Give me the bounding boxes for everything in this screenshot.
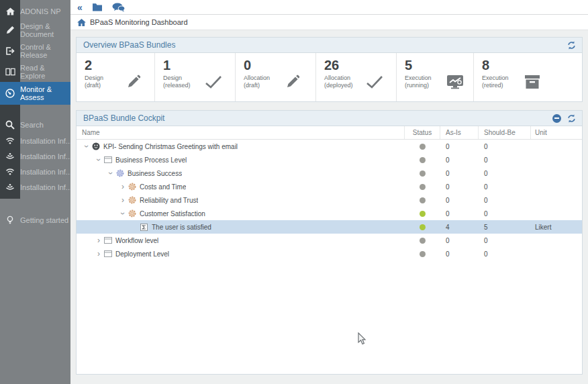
- tree-item-label: Business Process Level: [115, 156, 187, 164]
- as-is-value: 0: [440, 153, 479, 166]
- as-is-value: 0: [440, 166, 479, 180]
- table-row-business-success[interactable]: › Business Success 0 0: [77, 166, 582, 180]
- unit-value: Likert: [531, 220, 582, 234]
- chevron-down-icon[interactable]: ›: [95, 155, 103, 164]
- as-is-value: 0: [440, 180, 479, 193]
- sonar-icon: [0, 152, 20, 160]
- overview-panel-title: Overview BPaaS Bundles: [83, 40, 175, 50]
- sonar-icon: [0, 183, 20, 191]
- sidebar-item-installation-info-3[interactable]: Installation Inf...: [0, 164, 70, 179]
- sidebar-item-label: Monitor & Assess: [20, 85, 70, 101]
- status-dot: [420, 184, 426, 190]
- as-is-value: 0: [440, 247, 479, 260]
- tree-item-label: Business Success: [128, 170, 182, 177]
- table-row-reliability-and-trust[interactable]: › Reliability and Trust 0 0: [77, 193, 582, 207]
- status-dot: [420, 251, 426, 257]
- stat-label: Allocation: [324, 75, 362, 82]
- as-is-value: 0: [440, 207, 479, 220]
- refresh-button[interactable]: [567, 113, 577, 124]
- adonis-app-window: ADONIS NP Design & Document Control & Re…: [0, 0, 588, 384]
- chevron-right-icon[interactable]: ›: [118, 196, 128, 204]
- goal-orange-icon: [128, 209, 136, 218]
- unit-value: [531, 180, 582, 193]
- sidebar-item-search[interactable]: Search: [0, 117, 70, 133]
- stat-label: Design: [163, 75, 201, 82]
- stat-value: 26: [324, 57, 396, 73]
- status-dot: [420, 197, 426, 203]
- column-header-as-is[interactable]: As-Is: [440, 126, 479, 139]
- table-row-deployment-level[interactable]: › Deployment Level 0 0: [77, 247, 582, 260]
- table-row-workflow-level[interactable]: › Workflow level 0 0: [77, 234, 582, 247]
- wifi-icon: [0, 137, 20, 144]
- as-is-value: 0: [440, 234, 479, 247]
- book-icon: [0, 68, 20, 76]
- sidebar-item-label: Control & Release: [20, 43, 70, 59]
- status-dot: [420, 171, 426, 177]
- stat-label: Execution: [482, 75, 520, 82]
- sidebar-item-installation-info-2[interactable]: Installation Inf...: [0, 148, 70, 164]
- chevron-right-icon[interactable]: ›: [94, 236, 103, 244]
- minus-circle-icon: [552, 114, 561, 123]
- collapse-sidebar-button[interactable]: «: [77, 3, 83, 12]
- sidebar-item-adonis-np[interactable]: ADONIS NP: [0, 3, 70, 19]
- refresh-button[interactable]: [567, 40, 577, 50]
- table-row-business-process-level[interactable]: › Business Process Level 0 0: [77, 153, 582, 166]
- unit-value: [531, 153, 582, 166]
- sidebar-item-installation-info-1[interactable]: Installation Inf...: [0, 133, 70, 148]
- sidebar-item-design-document[interactable]: Design & Document: [0, 19, 70, 40]
- sidebar-item-monitor-assess[interactable]: Monitor & Assess: [0, 82, 70, 105]
- page-title: BPaaS Monitoring Dashboard: [90, 18, 188, 26]
- refresh-icon: [567, 40, 577, 50]
- table-row-customer-satisfaction[interactable]: › Customer Satisfaction 0 0: [77, 207, 582, 220]
- level-icon: [103, 250, 112, 257]
- overview-stats: 2 Design (draft) 1: [77, 53, 582, 101]
- should-be-value: 0: [479, 140, 531, 153]
- sidebar-item-getting-started[interactable]: Getting started: [0, 212, 70, 228]
- tree-item-label: The user is satisfied: [152, 224, 211, 231]
- column-header-unit[interactable]: Unit: [531, 126, 582, 139]
- kpi-icon: [91, 142, 100, 150]
- pencil-icon: [126, 75, 141, 89]
- sidebar-item-read-explore[interactable]: Read & Explore: [0, 61, 70, 82]
- breadcrumb: BPaaS Monitoring Dashboard: [70, 15, 588, 30]
- status-dot: [420, 211, 426, 217]
- stat-sublabel: (deployed): [324, 82, 362, 89]
- sidebar-item-label: Installation Inf...: [20, 168, 70, 176]
- column-header-status[interactable]: Status: [405, 126, 440, 139]
- check-icon: [366, 75, 383, 89]
- chevron-down-icon[interactable]: ›: [107, 169, 115, 178]
- should-be-value: 0: [479, 193, 531, 207]
- column-header-name[interactable]: Name: [77, 126, 405, 139]
- chevron-right-icon[interactable]: ›: [94, 250, 103, 258]
- home-icon[interactable]: [77, 19, 86, 26]
- sidebar-item-label: Installation Inf...: [20, 183, 70, 191]
- sidebar-item-installation-info-4[interactable]: Installation Inf...: [0, 179, 70, 195]
- table-row-kpi[interactable]: › KPI- Sending Christmas Greetings with …: [77, 140, 582, 153]
- archive-icon: [524, 75, 541, 89]
- folder-button[interactable]: [92, 3, 103, 11]
- sidebar-item-label: Design & Document: [20, 22, 70, 38]
- table-row-costs-and-time[interactable]: › Costs and Time 0 0: [77, 180, 582, 193]
- unit-value: [531, 207, 582, 220]
- chevron-down-icon[interactable]: ›: [83, 142, 91, 151]
- stat-sublabel: (released): [163, 82, 201, 89]
- sidebar-item-control-release[interactable]: Control & Release: [0, 40, 70, 61]
- stat-label: Design: [85, 75, 122, 82]
- search-icon: [0, 120, 20, 130]
- column-header-should-be[interactable]: Should-Be: [479, 126, 531, 139]
- comments-button[interactable]: [112, 3, 125, 12]
- chevron-down-icon[interactable]: ›: [119, 209, 127, 218]
- should-be-value: 5: [479, 220, 531, 234]
- stat-sublabel: (running): [405, 82, 442, 89]
- check-icon: [205, 75, 222, 89]
- collapse-panel-button[interactable]: [552, 114, 561, 123]
- chevron-right-icon[interactable]: ›: [118, 183, 128, 191]
- overview-panel-header: Overview BPaaS Bundles: [77, 38, 582, 53]
- tree-item-label: Customer Satisfaction: [140, 210, 205, 218]
- stat-value: 0: [244, 57, 315, 73]
- stat-sublabel: (retired): [482, 82, 520, 89]
- cockpit-panel: BPaaS Bundle Cockpit Name Status As-Is S…: [76, 110, 583, 375]
- table-row-user-is-satisfied[interactable]: › The user is satisfied 4 5 Likert: [77, 220, 582, 234]
- stat-card-design-draft: 2 Design (draft): [77, 53, 155, 101]
- unit-value: [531, 140, 582, 153]
